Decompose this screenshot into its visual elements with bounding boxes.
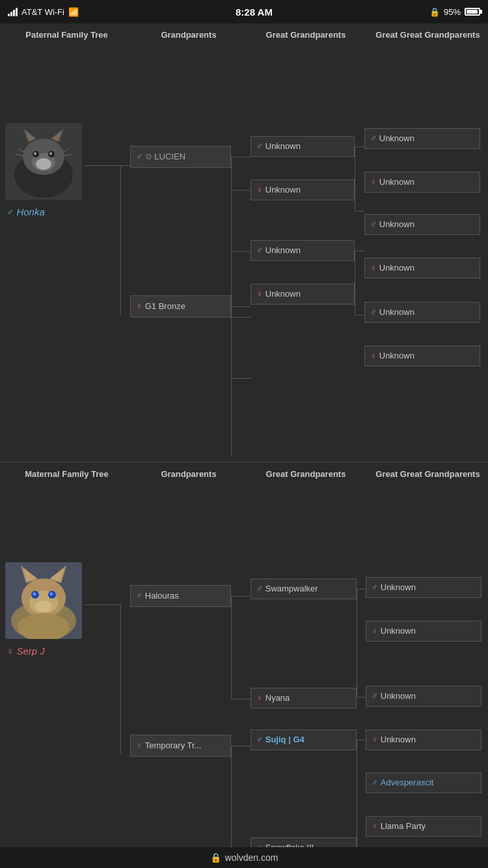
maternal-vert-gp1-line xyxy=(231,596,232,699)
paternal-horiz-pair-top xyxy=(231,190,251,191)
main-content: Paternal Family Tree Grandparents Great … xyxy=(0,23,488,868)
paternal-horiz-pair2-bot xyxy=(231,378,251,379)
maternal-vert-self xyxy=(120,604,121,754)
bottom-bar: 🔒 wolvden.com xyxy=(0,847,488,868)
paternal-vert-ggp2 xyxy=(355,251,355,315)
paternal-gggp5-name: Unknown xyxy=(379,307,414,317)
paternal-horiz-ggp1-t xyxy=(355,146,364,147)
m-horiz-gp2 xyxy=(231,746,251,746)
paternal-horiz-ggp2-b xyxy=(355,315,364,316)
paternal-gp1[interactable]: ♂ ✩ LUCIEN xyxy=(130,146,231,168)
maternal-ggp3[interactable]: ♂ Sujiq | G4 xyxy=(251,729,357,750)
m-vert-ggp1 xyxy=(357,589,357,697)
paternal-horiz-pair-bot xyxy=(231,251,251,252)
paternal-self-gender-icon: ♂ xyxy=(7,206,14,217)
status-bar: AT&T Wi-Fi 📶 8:28 AM 🔒 95% xyxy=(0,0,488,23)
paternal-horiz-pair2-top xyxy=(231,317,251,318)
paternal-horiz-gp1-top xyxy=(231,157,251,157)
paternal-gggp6-name: Unknown xyxy=(379,351,414,360)
m-horiz-ggp3-t xyxy=(357,740,366,740)
carrier-label: AT&T Wi-Fi xyxy=(21,7,64,17)
svg-point-28 xyxy=(33,592,36,595)
maternal-ggp2[interactable]: ♀ Nyana xyxy=(251,688,357,709)
paternal-tree-body: ♂ Honka ♂ ✩ LUCIEN ♀ G1 Bronze xyxy=(0,45,488,461)
maternal-gggp4[interactable]: ♀ Unknown xyxy=(366,729,481,750)
paternal-avatar[interactable] xyxy=(5,123,82,200)
paternal-ggp1[interactable]: ♂ Unknown xyxy=(251,136,355,157)
paternal-ggp1-name: Unknown xyxy=(265,141,301,151)
maternal-gp2[interactable]: ♀ Temporary Tr... xyxy=(130,735,231,757)
paternal-ggp2-name: Unknown xyxy=(265,185,301,195)
paternal-gggp5[interactable]: ♂ Unknown xyxy=(364,302,480,323)
paternal-self-name: ♂ Honka xyxy=(7,206,45,217)
paternal-gp-header: Grandparents xyxy=(133,30,244,41)
maternal-self-name: ♀ Serp J xyxy=(7,645,45,657)
paternal-gggp6[interactable]: ♀ Unknown xyxy=(364,346,480,366)
m-vert-ggp3 xyxy=(357,740,357,854)
paternal-ggp4[interactable]: ♀ Unknown xyxy=(251,284,355,305)
maternal-gggp5[interactable]: ♂ Advesperascit xyxy=(366,772,481,793)
svg-point-31 xyxy=(50,593,51,594)
paternal-ggp3[interactable]: ♂ Unknown xyxy=(251,240,355,261)
site-url[interactable]: wolvden.com xyxy=(225,852,278,863)
maternal-gggp3[interactable]: ♂ Unknown xyxy=(366,686,481,707)
paternal-gp1-gender: ♂ xyxy=(136,152,142,161)
maternal-header-row: Maternal Family Tree Grandparents Great … xyxy=(0,463,488,484)
svg-point-30 xyxy=(33,593,34,594)
paternal-gp1-name: ✩ LUCIEN xyxy=(145,152,185,161)
paternal-gggp2[interactable]: ♀ Unknown xyxy=(364,172,480,193)
paternal-gggp1-name: Unknown xyxy=(379,133,414,143)
paternal-ggp2[interactable]: ♀ Unknown xyxy=(251,180,355,200)
paternal-vert-ggp1 xyxy=(355,146,355,211)
paternal-gggp4[interactable]: ♀ Unknown xyxy=(364,258,480,278)
maternal-gggp1-name: Unknown xyxy=(381,582,416,592)
m-horiz-gp1 xyxy=(231,596,251,597)
maternal-gggp2-name: Unknown xyxy=(381,626,416,636)
maternal-gggp2[interactable]: ♀ Unknown xyxy=(366,621,481,642)
svg-point-29 xyxy=(50,592,53,595)
maternal-self-label: Serp J xyxy=(16,645,44,657)
paternal-horiz-ggp1-b xyxy=(355,211,364,211)
maternal-section: Maternal Family Tree Grandparents Great … xyxy=(0,461,488,868)
paternal-section: Paternal Family Tree Grandparents Great … xyxy=(0,23,488,461)
maternal-self-gender-icon: ♀ xyxy=(7,645,14,657)
maternal-avatar[interactable] xyxy=(5,562,82,639)
wifi-icon: 📶 xyxy=(68,7,79,17)
maternal-gggp5-name: Advesperascit xyxy=(381,778,434,787)
paternal-gp2[interactable]: ♀ G1 Bronze xyxy=(130,295,231,318)
maternal-gggp3-name: Unknown xyxy=(381,691,416,701)
m-horiz-gp1-b xyxy=(231,699,251,699)
svg-point-33 xyxy=(35,601,52,612)
paternal-gggp1[interactable]: ♂ Unknown xyxy=(364,128,480,149)
maternal-gggp1[interactable]: ♂ Unknown xyxy=(366,577,481,598)
maternal-ggp1[interactable]: ♂ Swampwalker xyxy=(251,578,357,599)
paternal-ggp3-name: Unknown xyxy=(265,245,301,255)
time-label: 8:28 AM xyxy=(236,7,273,18)
maternal-vert-gp2-line xyxy=(231,746,232,850)
maternal-ggp2-name: Nyana xyxy=(265,693,290,703)
paternal-gp2-name: G1 Bronze xyxy=(145,301,185,311)
maternal-title: Maternal Family Tree xyxy=(0,469,133,480)
maternal-gggp4-name: Unknown xyxy=(381,735,416,744)
paternal-horiz-ggp2-t xyxy=(355,251,364,251)
maternal-ggp-header: Great Grandparents xyxy=(244,469,368,480)
maternal-gp1[interactable]: ♂ Halouras xyxy=(130,585,231,607)
paternal-ggp4-name: Unknown xyxy=(265,289,301,299)
maternal-tree-body: ♀ Serp J ♂ Halouras ♀ Temporary Tr... xyxy=(0,484,488,868)
svg-point-17 xyxy=(36,158,51,170)
paternal-gggp-header: Great Great Grandparents xyxy=(368,30,488,41)
paternal-gggp4-name: Unknown xyxy=(379,263,414,273)
lock-bottom-icon: 🔒 xyxy=(210,852,221,863)
maternal-gggp6[interactable]: ♀ Llama Party xyxy=(366,816,481,837)
svg-point-10 xyxy=(34,152,36,155)
maternal-gp-header: Grandparents xyxy=(133,469,244,480)
m-horiz-ggp1-t xyxy=(357,589,366,590)
paternal-header-row: Paternal Family Tree Grandparents Great … xyxy=(0,23,488,45)
paternal-gp2-gender: ♀ xyxy=(136,301,142,311)
paternal-gggp3[interactable]: ♂ Unknown xyxy=(364,214,480,235)
paternal-self-label: Honka xyxy=(16,206,44,217)
maternal-gp1-name: Halouras xyxy=(145,591,179,601)
m-horiz-ggp1-b xyxy=(357,697,366,698)
signal-bars xyxy=(8,8,18,16)
maternal-gggp-header: Great Great Grandparents xyxy=(368,469,488,480)
